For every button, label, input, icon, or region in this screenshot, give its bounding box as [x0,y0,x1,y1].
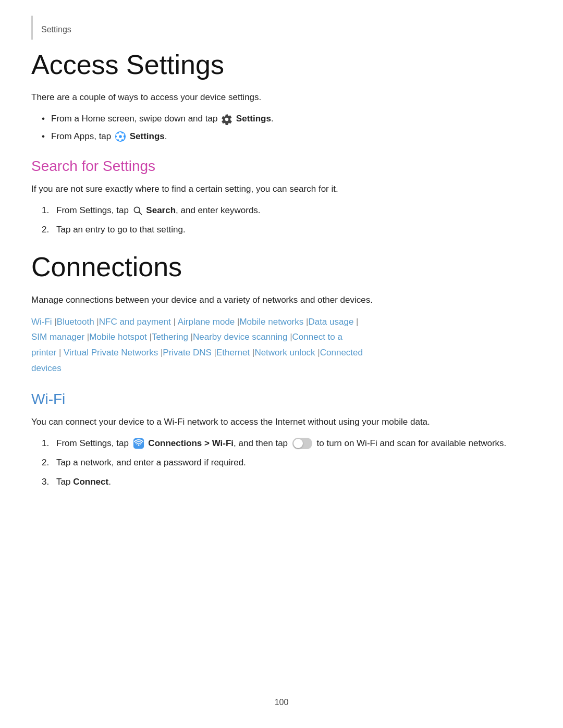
breadcrumb-text: Settings [41,25,71,34]
link-ethernet[interactable]: Ethernet [216,348,250,357]
link-printer[interactable]: Connect to a [292,332,342,342]
connections-links: Wi-Fi |Bluetooth |NFC and payment | Airp… [31,314,532,376]
search-label: Search [146,205,176,215]
search-steps-list: From Settings, tap Search, and enter key… [42,203,532,237]
link-printer-2[interactable]: printer [31,348,56,357]
link-connected[interactable]: Connected [320,348,363,357]
connections-icon [133,438,144,449]
breadcrumb: Settings [31,16,532,40]
wifi-step-1: From Settings, tap Connections > Wi-Fi, … [42,436,532,450]
access-settings-heading: Access Settings [31,50,532,80]
link-network-unlock[interactable]: Network unlock [254,348,315,357]
settings-label-2: Settings [130,131,165,141]
page-number: 100 [275,698,289,707]
connections-heading: Connections [31,252,532,282]
link-sim-manager[interactable]: SIM manager [31,332,84,342]
wifi-intro: You can connect your device to a Wi-Fi n… [31,415,532,429]
access-settings-bullets: From a Home screen, swipe down and tap S… [42,112,532,143]
link-data-usage[interactable]: Data usage [308,317,353,327]
search-step-1: From Settings, tap Search, and enter key… [42,203,532,217]
link-bluetooth[interactable]: Bluetooth [57,317,94,327]
gear-icon-colored [115,131,126,142]
link-tethering[interactable]: Tethering [152,332,188,342]
wifi-heading: Wi-Fi [31,391,532,408]
search-icon [132,205,143,216]
link-mobile-networks[interactable]: Mobile networks [239,317,303,327]
wifi-step-2: Tap a network, and enter a password if r… [42,455,532,470]
link-devices[interactable]: devices [31,363,62,373]
connections-intro: Manage connections between your device a… [31,293,532,307]
toggle-switch [292,438,312,449]
wifi-step-3: Tap Connect. [42,475,532,489]
bullet-item-2: From Apps, tap Settings. [42,129,532,143]
connect-label: Connect [73,477,108,487]
link-nfc[interactable]: NFC and payment [99,317,171,327]
bullet-item-1: From a Home screen, swipe down and tap S… [42,112,532,126]
search-settings-heading: Search for Settings [31,158,532,175]
link-private-dns[interactable]: Private DNS [163,348,212,357]
link-wifi[interactable]: Wi-Fi [31,317,52,327]
svg-line-2 [139,212,142,215]
connections-wifi-label: Connections > Wi-Fi [148,438,234,448]
gear-icon-dark [221,114,232,125]
toggle-knob [293,439,303,448]
wifi-steps-list: From Settings, tap Connections > Wi-Fi, … [42,436,532,489]
search-step-2: Tap an entry to go to that setting. [42,223,532,237]
settings-label-1: Settings [236,114,271,124]
link-airplane[interactable]: Airplane mode [178,317,235,327]
access-settings-intro: There are a couple of ways to access you… [31,90,532,104]
link-nearby[interactable]: Nearby device scanning [193,332,287,342]
link-mobile-hotspot[interactable]: Mobile hotspot [89,332,147,342]
search-settings-intro: If you are not sure exactly where to fin… [31,182,532,196]
link-vpn[interactable]: Virtual Private Networks [64,348,158,357]
